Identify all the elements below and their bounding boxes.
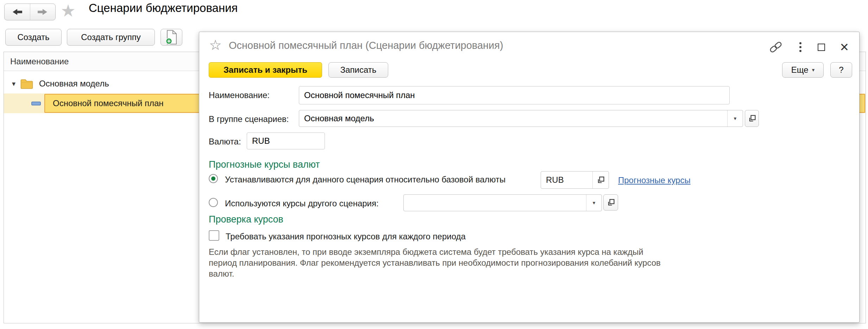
dialog-title: Основной помесячный план (Сценарии бюдже…: [229, 40, 503, 51]
scenario-dialog: ☆ Основной помесячный план (Сценарии бюд…: [199, 32, 860, 323]
name-input[interactable]: [299, 86, 730, 104]
currency-open-button[interactable]: [592, 172, 609, 188]
other-scenario-combo: ▾: [403, 194, 602, 211]
command-bar: Записать и закрыть Записать: [209, 62, 388, 78]
open-form-icon: [606, 198, 615, 207]
back-button[interactable]: [5, 4, 30, 20]
hint-text: Если флаг установлен, то при вводе экзем…: [209, 246, 661, 279]
currency-input[interactable]: [247, 133, 325, 149]
element-icon: [31, 102, 41, 105]
currency-label: Валюта:: [209, 137, 241, 147]
other-scenario-input[interactable]: [404, 195, 586, 211]
save-button[interactable]: Записать: [328, 62, 388, 78]
selected-item-label: Основной помесячный план: [53, 98, 164, 108]
forecast-rates-link[interactable]: Прогнозные курсы: [618, 175, 691, 185]
new-item-icon: [165, 30, 177, 45]
forward-button[interactable]: [30, 4, 56, 20]
folder-icon: [20, 78, 33, 89]
open-form-icon: [748, 114, 756, 123]
group-combo-input[interactable]: [299, 110, 727, 127]
radio-other-scenario-label: Используются курсы другого сценария:: [225, 199, 379, 208]
hint-line: Если флаг установлен, то при вводе экзем…: [209, 246, 661, 257]
help-button[interactable]: ?: [830, 62, 852, 78]
favorite-star-icon[interactable]: ★: [61, 2, 76, 20]
group-item-label: Основная модель: [39, 79, 109, 89]
window-controls: ×: [768, 40, 849, 54]
maximize-icon[interactable]: [818, 44, 825, 51]
create-group-button[interactable]: Создать группу: [67, 29, 155, 46]
radio-own-rates[interactable]: [209, 174, 218, 183]
page-title: Сценарии бюджетирования: [89, 1, 238, 15]
group-combo: ▾: [299, 110, 743, 127]
create-button[interactable]: Создать: [5, 29, 62, 46]
radio-other-scenario[interactable]: [209, 198, 218, 207]
hint-line: валют.: [209, 268, 661, 279]
save-and-close-button[interactable]: Записать и закрыть: [209, 62, 322, 78]
back-arrow-icon: [11, 8, 23, 16]
require-rates-checkbox-label: Требовать указания прогнозных курсов для…: [226, 232, 466, 241]
other-scenario-open-button[interactable]: [603, 194, 618, 211]
group-label: В группе сценариев:: [209, 114, 289, 124]
base-currency-field[interactable]: RUB: [541, 171, 609, 189]
dialog-star-icon[interactable]: ☆: [209, 37, 222, 53]
require-rates-checkbox[interactable]: [209, 230, 219, 241]
link-icon[interactable]: [768, 40, 783, 54]
more-button-label: Еще: [791, 65, 809, 75]
forward-arrow-icon: [37, 8, 49, 16]
new-item-icon-button[interactable]: [161, 29, 182, 46]
name-label: Наименование:: [209, 90, 270, 100]
more-button[interactable]: Еще ▾: [782, 62, 824, 78]
group-open-button[interactable]: [745, 110, 759, 127]
check-section-header: Проверка курсов: [209, 214, 283, 225]
open-form-icon: [596, 176, 605, 185]
radio-own-rates-label: Устанавливаются для данного сценария отн…: [225, 175, 505, 185]
chevron-down-icon: ▾: [812, 67, 815, 73]
dialog-secondary-buttons: Еще ▾ ?: [782, 62, 852, 78]
kebab-menu-icon[interactable]: [798, 41, 803, 53]
forecast-section-header: Прогнозные курсы валют: [209, 159, 320, 170]
hint-line: период планирования. Флаг рекомендуется …: [209, 257, 661, 268]
base-currency-value: RUB: [541, 172, 592, 188]
other-scenario-dropdown-arrow[interactable]: ▾: [586, 195, 602, 211]
group-dropdown-arrow[interactable]: ▾: [727, 110, 743, 127]
expander-icon[interactable]: ▾: [10, 79, 18, 88]
nav-button-group: [4, 4, 56, 20]
close-icon[interactable]: ×: [840, 42, 849, 52]
